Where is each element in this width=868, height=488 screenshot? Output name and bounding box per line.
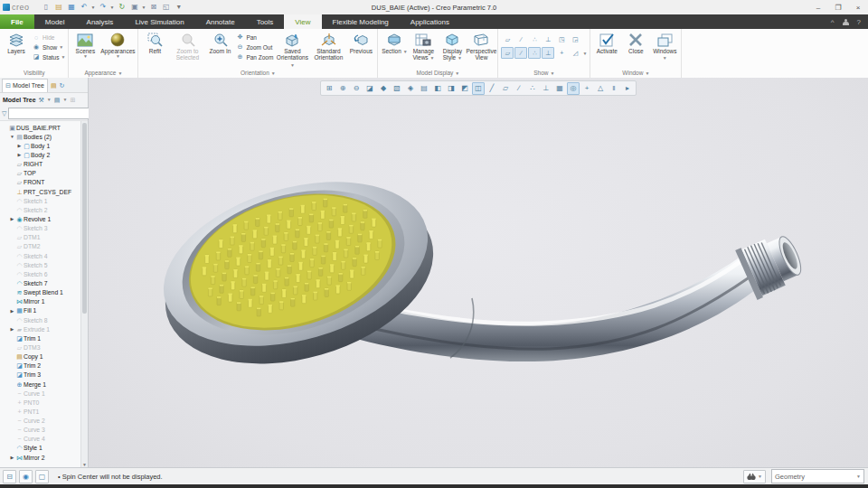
show-button[interactable]: ◉ Show▼ [32, 42, 65, 52]
zoom-in-button[interactable]: Zoom In [206, 30, 233, 54]
point-display-toggle[interactable]: ∴ [528, 33, 541, 45]
tree-item-front[interactable]: ▱FRONT [0, 178, 88, 187]
tree-item-prt-csys-def[interactable]: ⊥PRT_CSYS_DEF [0, 187, 88, 196]
tab-tools[interactable]: Tools [246, 14, 285, 29]
tree-item-sketch-3[interactable]: ◠Sketch 3 [0, 224, 88, 233]
undo-icon[interactable]: ↶ [80, 3, 90, 13]
tree-item-sketch-1[interactable]: ◠Sketch 1 [0, 196, 88, 205]
tree-item-extrude-1[interactable]: ▶▰Extrude 1 [0, 324, 88, 333]
axis-display-toggle[interactable]: ∕ [514, 33, 527, 45]
tab-flexible-modeling[interactable]: Flexible Modeling [322, 14, 400, 29]
appearances-button[interactable]: Appearances▼ [100, 30, 135, 60]
history-icon[interactable]: ↻ [60, 82, 65, 89]
tree-item-sketch-4[interactable]: ◠Sketch 4 [0, 251, 88, 260]
spin-center-toggle[interactable]: + [555, 47, 568, 59]
web-browser-toggle-icon[interactable]: ◉ [19, 470, 33, 483]
tree-item-mirror-1[interactable]: ⋈Mirror 1 [0, 297, 88, 306]
zoom-to-selected-button[interactable]: Zoom to Selected [170, 30, 204, 61]
tree-collapsed-arrow[interactable]: ▶ [9, 326, 15, 332]
close-window-icon[interactable]: ⊠ [148, 3, 158, 13]
save-icon[interactable]: ▦ [67, 3, 77, 13]
csys-display-toggle[interactable]: ⊥ [542, 33, 554, 45]
find-button[interactable]: ▼ [743, 470, 766, 483]
regenerate-icon[interactable]: ↻ [117, 3, 127, 13]
hide-button[interactable]: ◌ Hide [32, 33, 65, 42]
tree-item-curve-3[interactable]: ~Curve 3 [0, 426, 88, 435]
tree-expanded-arrow[interactable]: ▼ [9, 134, 15, 139]
tree-item-dus-baie-prt[interactable]: ▣DUS_BAIE.PRT [0, 123, 88, 132]
tree-item-fill-1[interactable]: ▶▦Fill 1 [0, 306, 88, 315]
pan-button[interactable]: ✥ Pan [235, 33, 273, 42]
tree-item-mirror-2[interactable]: ▶⋈Mirror 2 [0, 453, 88, 462]
tree-item-revolve-1[interactable]: ▶◉Revolve 1 [0, 214, 88, 223]
tree-item-copy-1[interactable]: ▤Copy 1 [0, 352, 88, 361]
tab-model[interactable]: Model [34, 14, 76, 29]
csys-tag-display-toggle[interactable]: ⊥ [542, 47, 554, 59]
tree-collapsed-arrow[interactable]: ▶ [9, 455, 15, 460]
full-screen-toggle-icon[interactable]: ▢ [35, 470, 49, 483]
graphics-viewport[interactable]: ⊞⊕⊖◪◆▧◈▤◧◨◩◫╱▱∕∴⊥▦◎+△‖▸ [89, 78, 868, 468]
perspective-view-button[interactable]: Perspective View [467, 30, 495, 61]
tree-collapsed-arrow[interactable]: ▶ [9, 308, 15, 314]
close-button[interactable]: × [848, 1, 868, 14]
tree-item-top[interactable]: ▱TOP [0, 169, 88, 178]
tree-item-dtm3[interactable]: ▱DTM3 [0, 343, 88, 352]
tab-file[interactable]: File [0, 14, 34, 29]
tree-item-curve-1[interactable]: ~Curve 1 [0, 389, 88, 398]
layers-button[interactable]: Layers [3, 30, 30, 54]
previous-button[interactable]: Previous [347, 30, 374, 54]
tree-item-merge-1[interactable]: ⊕Merge 1 [0, 380, 88, 389]
status-button[interactable]: ◪ Status▼ [32, 52, 65, 61]
tree-collapsed-arrow[interactable]: ▶ [16, 152, 23, 157]
shower-head-face[interactable] [145, 154, 454, 393]
scenes-button[interactable]: Scenes▼ [71, 30, 99, 60]
customize-icon[interactable]: ▾ [174, 3, 184, 13]
zoom-out-button[interactable]: ⊖ Zoom Out [235, 42, 273, 52]
minimize-button[interactable]: – [808, 1, 828, 14]
window-switch-icon[interactable]: ▣ [129, 3, 139, 13]
undo-dropdown-icon[interactable]: ▼ [91, 5, 96, 10]
model-tree-display-toggle[interactable]: ◲ [569, 33, 581, 45]
filter-icon[interactable]: ▽ [2, 110, 6, 117]
tree-item-dtm2[interactable]: ▱DTM2 [0, 242, 88, 251]
tab-analysis[interactable]: Analysis [76, 14, 125, 29]
tree-item-pnt0[interactable]: +PNT0 [0, 398, 88, 407]
tree-item-pnt1[interactable]: +PNT1 [0, 407, 88, 416]
new-window-icon[interactable]: ◱ [161, 3, 171, 13]
tab-applications[interactable]: Applications [400, 14, 460, 29]
tree-columns-icon[interactable]: ▤ [54, 97, 61, 103]
tab-view[interactable]: View [284, 14, 321, 29]
datum-display-filter-toggle[interactable]: ◿ [569, 47, 581, 59]
tree-collapsed-arrow[interactable]: ▶ [9, 216, 15, 221]
tree-item-curve-4[interactable]: ~Curve 4 [0, 435, 88, 444]
tree-item-sketch-6[interactable]: ◠Sketch 6 [0, 269, 88, 278]
tree-item-trim-3[interactable]: ◪Trim 3 [0, 371, 88, 380]
tree-item-style-1[interactable]: ◠Style 1 [0, 444, 88, 453]
saved-orientations-button[interactable]: Saved Orientations ▼ [275, 30, 309, 69]
pan-zoom-button[interactable]: ⊕ Pan Zoom [235, 52, 273, 61]
tree-item-sketch-2[interactable]: ◠Sketch 2 [0, 205, 88, 214]
annotation-display-toggle[interactable]: ◳ [555, 33, 568, 45]
tab-annotate[interactable]: Annotate [195, 14, 246, 29]
redo-icon[interactable]: ↷ [98, 3, 108, 13]
collapse-ribbon-icon[interactable]: ^ [831, 18, 835, 26]
display-style-button[interactable]: Display Style ▼ [439, 30, 466, 61]
tree-item-sketch-5[interactable]: ◠Sketch 5 [0, 260, 88, 269]
tree-item-trim-1[interactable]: ◪Trim 1 [0, 333, 88, 343]
open-icon[interactable]: ▤ [54, 3, 64, 13]
plane-display-toggle[interactable]: ▱ [501, 33, 514, 45]
section-button[interactable]: Section ▼ [381, 30, 408, 55]
activate-button[interactable]: Activate [593, 30, 620, 54]
tree-item-swept-blend-1[interactable]: ≋Swept Blend 1 [0, 288, 88, 297]
manage-views-button[interactable]: Manage Views ▼ [410, 30, 437, 61]
tree-item-curve-2[interactable]: ~Curve 2 [0, 417, 88, 426]
tree-scrollbar[interactable]: ▼ [80, 121, 88, 468]
redo-dropdown-icon[interactable]: ▼ [109, 5, 114, 10]
tree-item-body-2[interactable]: ▶▢Body 2 [0, 150, 88, 159]
plane-tag-display-toggle[interactable]: ▱ [501, 47, 514, 59]
standard-orientation-button[interactable]: Standard Orientation [311, 30, 345, 61]
axis-tag-display-toggle[interactable]: ∕ [514, 47, 527, 59]
tree-item-trim-2[interactable]: ◪Trim 2 [0, 361, 88, 371]
tree-collapsed-arrow[interactable]: ▶ [16, 143, 23, 148]
tree-item-body-1[interactable]: ▶▢Body 1 [0, 141, 88, 150]
